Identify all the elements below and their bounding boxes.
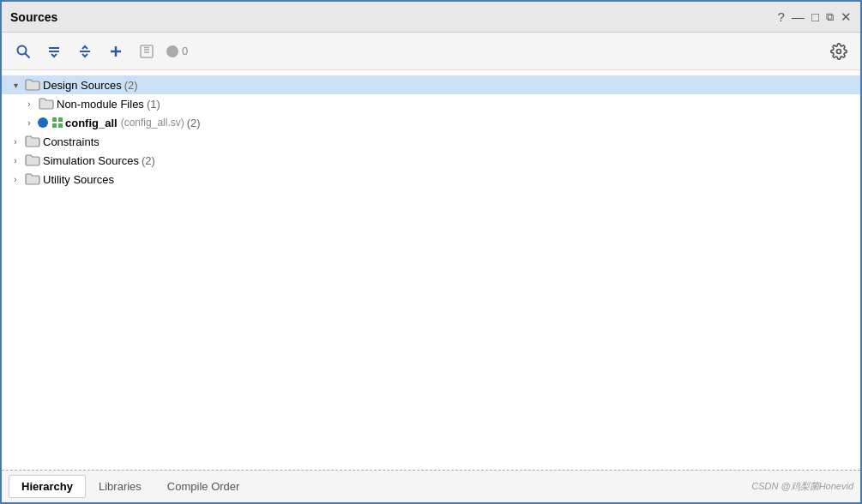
constraints-label: Constraints <box>43 135 99 148</box>
non-module-files-label: Non-module Files <box>57 98 144 111</box>
expand-collapse-button[interactable] <box>70 38 99 65</box>
counter-display: 0 <box>166 45 188 57</box>
title-bar: Sources ? — □ ⧉ ✕ <box>2 2 860 33</box>
info-icon <box>139 44 154 59</box>
search-button[interactable] <box>9 38 38 65</box>
tree-item-config-all[interactable]: config_all (config_all.sv) (2) <box>2 113 860 132</box>
tree-item-simulation-sources[interactable]: Simulation Sources (2) <box>2 151 860 170</box>
collapse-all-icon <box>46 44 62 59</box>
simulation-sources-count: (2) <box>142 154 155 167</box>
window-title: Sources <box>10 10 57 24</box>
tab-compile-order[interactable]: Compile Order <box>154 475 253 498</box>
svg-rect-12 <box>58 117 63 122</box>
chevron-icon <box>9 135 22 148</box>
tree-item-utility-sources[interactable]: Utility Sources <box>2 170 860 189</box>
search-icon <box>15 44 31 59</box>
add-icon <box>108 44 124 59</box>
help-button[interactable]: ? <box>778 9 785 24</box>
watermark-text: CSDN @鸡梨菌Honevid <box>751 480 853 493</box>
chevron-icon <box>22 97 36 111</box>
bottom-tab-bar: Hierarchy Libraries Compile Order CSDN @… <box>2 470 860 502</box>
settings-button[interactable] <box>824 38 853 65</box>
counter-value: 0 <box>182 45 188 57</box>
tree-item-constraints[interactable]: Constraints <box>2 132 860 151</box>
design-sources-label: Design Sources <box>43 79 122 92</box>
window-controls: ? — □ ⧉ ✕ <box>778 9 852 25</box>
config-all-detail: (config_all.sv) <box>121 117 184 129</box>
gear-icon <box>830 43 847 60</box>
folder-icon <box>25 154 40 166</box>
folder-icon <box>25 135 40 147</box>
expand-collapse-icon <box>77 44 93 59</box>
tree-item-design-sources[interactable]: Design Sources (2) <box>2 75 860 94</box>
chevron-icon <box>9 78 22 92</box>
tab-hierarchy[interactable]: Hierarchy <box>9 475 86 498</box>
design-sources-count: (2) <box>124 79 138 92</box>
counter-dot-icon <box>166 45 178 57</box>
source-tree: Design Sources (2) Non-module Files (1) <box>2 70 860 470</box>
svg-rect-11 <box>52 117 57 122</box>
svg-rect-13 <box>52 123 57 128</box>
chip-icon <box>51 117 63 129</box>
svg-line-1 <box>26 53 30 57</box>
minimize-button[interactable]: — <box>792 9 805 24</box>
tree-item-non-module-files[interactable]: Non-module Files (1) <box>2 94 860 113</box>
tab-libraries[interactable]: Libraries <box>86 475 154 498</box>
config-all-label: config_all <box>65 117 118 129</box>
add-button[interactable] <box>101 38 130 65</box>
chevron-icon <box>9 153 22 167</box>
collapse-all-button[interactable] <box>39 38 69 65</box>
toolbar: 0 <box>2 33 860 70</box>
active-dot-icon <box>38 117 48 128</box>
restore-button[interactable]: ⧉ <box>826 10 834 24</box>
info-button[interactable] <box>132 38 161 65</box>
close-button[interactable]: ✕ <box>841 9 852 25</box>
svg-rect-14 <box>58 123 63 128</box>
main-window: Sources ? — □ ⧉ ✕ <box>0 0 862 504</box>
folder-icon <box>25 173 40 185</box>
config-all-count: (2) <box>187 117 201 129</box>
chevron-icon <box>9 172 22 186</box>
simulation-sources-label: Simulation Sources <box>43 154 139 167</box>
folder-icon <box>39 98 54 110</box>
utility-sources-label: Utility Sources <box>43 173 114 186</box>
maximize-button[interactable]: □ <box>811 9 819 24</box>
chevron-icon <box>22 116 36 129</box>
non-module-files-count: (1) <box>147 98 160 111</box>
folder-icon <box>25 79 40 91</box>
